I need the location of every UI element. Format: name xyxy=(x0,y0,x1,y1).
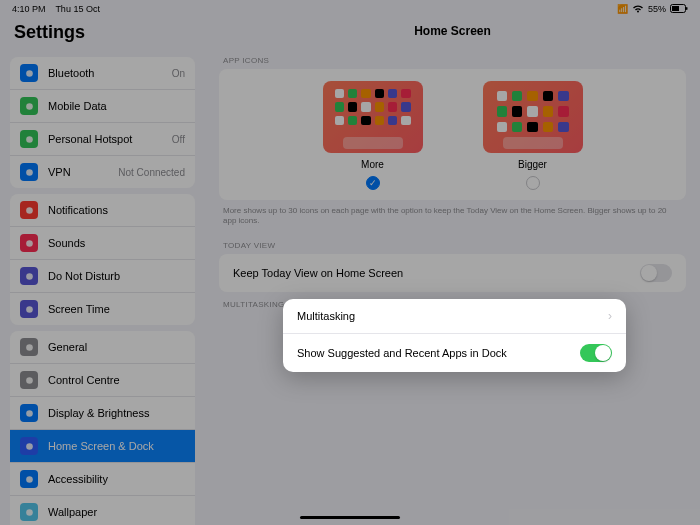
sidebar-item-control-centre[interactable]: Control Centre xyxy=(10,364,195,397)
content-title: Home Screen xyxy=(205,18,700,48)
svg-point-7 xyxy=(26,207,33,214)
app-icons-card: More Bigger xyxy=(219,69,686,200)
preview-more-label: More xyxy=(361,159,384,170)
sidebar-item-label: Notifications xyxy=(48,204,185,216)
svg-rect-1 xyxy=(672,6,679,11)
sidebar-item-personal-hotspot[interactable]: Personal HotspotOff xyxy=(10,123,195,156)
sidebar-item-label: Screen Time xyxy=(48,303,185,315)
sidebar-item-label: Personal Hotspot xyxy=(48,133,172,145)
hourglass-icon xyxy=(20,300,38,318)
speaker-icon xyxy=(20,234,38,252)
svg-point-6 xyxy=(26,169,33,176)
sidebar-item-label: Accessibility xyxy=(48,473,185,485)
sidebar-item-accessibility[interactable]: Accessibility xyxy=(10,463,195,496)
status-bar: 4:10 PM Thu 15 Oct 📶 55% xyxy=(0,0,700,18)
signal-icon: 📶 xyxy=(617,4,628,14)
suggested-apps-row[interactable]: Show Suggested and Recent Apps in Dock xyxy=(283,334,626,372)
sidebar-item-sounds[interactable]: Sounds xyxy=(10,227,195,260)
sidebar-item-label: VPN xyxy=(48,166,118,178)
sidebar-item-screen-time[interactable]: Screen Time xyxy=(10,293,195,325)
sidebar-item-home-screen-dock[interactable]: Home Screen & Dock xyxy=(10,430,195,463)
multitasking-label: Multitasking xyxy=(297,310,608,322)
link-icon xyxy=(20,130,38,148)
sidebar-item-general[interactable]: General xyxy=(10,331,195,364)
sidebar-item-label: Sounds xyxy=(48,237,185,249)
sidebar-item-mobile-data[interactable]: Mobile Data xyxy=(10,90,195,123)
sidebar-item-do-not-disturb[interactable]: Do Not Disturb xyxy=(10,260,195,293)
section-todayview: TODAY VIEW xyxy=(205,233,700,254)
vpn-icon xyxy=(20,163,38,181)
grid-icon xyxy=(20,437,38,455)
antenna-icon xyxy=(20,97,38,115)
sidebar-item-wallpaper[interactable]: Wallpaper xyxy=(10,496,195,525)
radio-bigger[interactable] xyxy=(526,176,540,190)
content-pane: Home Screen APP ICONS More Bigger xyxy=(205,18,700,525)
sidebar-item-value: Off xyxy=(172,134,185,145)
svg-point-4 xyxy=(26,103,33,110)
flower-icon xyxy=(20,503,38,521)
status-date: Thu 15 Oct xyxy=(55,4,100,14)
svg-point-10 xyxy=(26,306,33,313)
sidebar-item-bluetooth[interactable]: BluetoothOn xyxy=(10,57,195,90)
svg-point-5 xyxy=(26,136,33,143)
wifi-icon xyxy=(632,4,644,15)
sidebar-item-label: Wallpaper xyxy=(48,506,185,518)
sidebar-item-label: Bluetooth xyxy=(48,67,172,79)
sidebar-item-label: Display & Brightness xyxy=(48,407,185,419)
sidebar-item-vpn[interactable]: VPNNot Connected xyxy=(10,156,195,188)
sidebar-item-notifications[interactable]: Notifications xyxy=(10,194,195,227)
multitasking-card: Multitasking › Show Suggested and Recent… xyxy=(283,299,626,372)
svg-point-11 xyxy=(26,344,33,351)
status-time: 4:10 PM xyxy=(12,4,46,14)
sidebar-item-label: Home Screen & Dock xyxy=(48,440,185,452)
today-view-toggle[interactable] xyxy=(640,264,672,282)
settings-sidebar: Settings BluetoothOnMobile DataPersonal … xyxy=(0,18,205,525)
svg-point-3 xyxy=(26,70,33,77)
sidebar-item-label: Control Centre xyxy=(48,374,185,386)
suggested-apps-label: Show Suggested and Recent Apps in Dock xyxy=(297,347,580,359)
today-view-label: Keep Today View on Home Screen xyxy=(233,267,640,279)
sidebar-item-label: Mobile Data xyxy=(48,100,185,112)
svg-point-16 xyxy=(26,509,33,516)
svg-point-9 xyxy=(26,273,33,280)
sidebar-item-label: Do Not Disturb xyxy=(48,270,185,282)
sliders-icon xyxy=(20,371,38,389)
battery-icon xyxy=(670,4,688,15)
bluetooth-icon xyxy=(20,64,38,82)
today-view-row[interactable]: Keep Today View on Home Screen xyxy=(219,254,686,292)
suggested-apps-toggle[interactable] xyxy=(580,344,612,362)
svg-point-8 xyxy=(26,240,33,247)
today-view-card: Keep Today View on Home Screen xyxy=(219,254,686,292)
preview-more[interactable]: More xyxy=(323,81,423,190)
sidebar-item-value: On xyxy=(172,68,185,79)
person-icon xyxy=(20,470,38,488)
sidebar-item-display-brightness[interactable]: Display & Brightness xyxy=(10,397,195,430)
home-indicator[interactable] xyxy=(300,516,400,519)
bell-icon xyxy=(20,201,38,219)
chevron-right-icon: › xyxy=(608,309,612,323)
gear-icon xyxy=(20,338,38,356)
sidebar-item-value: Not Connected xyxy=(118,167,185,178)
svg-point-14 xyxy=(26,443,33,450)
app-icons-hint: More shows up to 30 icons on each page w… xyxy=(205,200,700,233)
svg-point-15 xyxy=(26,476,33,483)
svg-point-12 xyxy=(26,377,33,384)
sidebar-item-label: General xyxy=(48,341,185,353)
multitasking-row[interactable]: Multitasking › xyxy=(283,299,626,334)
section-appicons: APP ICONS xyxy=(205,48,700,69)
moon-icon xyxy=(20,267,38,285)
svg-point-13 xyxy=(26,410,33,417)
preview-bigger[interactable]: Bigger xyxy=(483,81,583,190)
radio-more[interactable] xyxy=(366,176,380,190)
sun-icon xyxy=(20,404,38,422)
preview-bigger-label: Bigger xyxy=(518,159,547,170)
svg-rect-2 xyxy=(686,7,688,10)
battery-text: 55% xyxy=(648,4,666,14)
sidebar-title: Settings xyxy=(0,18,205,51)
